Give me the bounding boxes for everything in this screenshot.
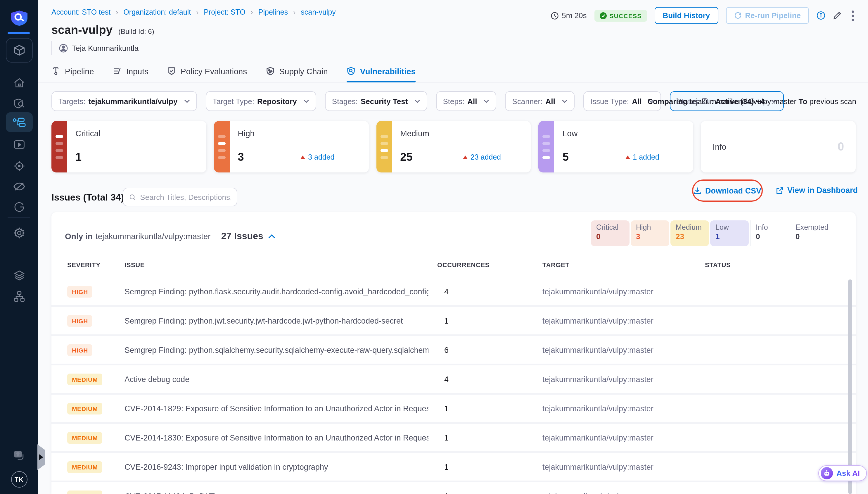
- inputs-tab-icon: [113, 66, 121, 75]
- occurrences: 6: [444, 345, 449, 354]
- table-row[interactable]: MEDIUM CVE-2014-1830: Exposure of Sensit…: [52, 424, 856, 453]
- chevron-down-icon: [562, 99, 567, 103]
- sidebar-item-hierarchy[interactable]: [13, 290, 25, 302]
- issues-count[interactable]: 27 Issues: [221, 231, 263, 242]
- build-history-button[interactable]: Build History: [654, 7, 718, 24]
- issue-title: Active debug code: [124, 375, 189, 383]
- tab-inputs[interactable]: Inputs: [113, 60, 149, 82]
- sto-logo[interactable]: [9, 10, 29, 26]
- filter-targets[interactable]: Targets: tejakummarikuntla/vulpy: [52, 91, 197, 111]
- filter-value: Security Test: [361, 97, 408, 106]
- severity-card-info[interactable]: Info 0: [701, 121, 856, 172]
- filter-stages[interactable]: Stages: Security Test: [325, 91, 427, 111]
- chip-value: 3: [636, 232, 664, 241]
- chip-label: Critical: [596, 223, 624, 231]
- card-label: Low: [563, 129, 578, 138]
- status-badge: SUCCESS: [595, 10, 647, 21]
- policy-check-icon: [167, 66, 176, 75]
- sidebar-item-settings[interactable]: [13, 227, 25, 239]
- breadcrumb-current[interactable]: scan-vulpy: [301, 8, 336, 16]
- help-chat-button[interactable]: ?: [13, 450, 25, 462]
- module-selector[interactable]: [5, 38, 33, 62]
- info-icon[interactable]: [816, 11, 825, 20]
- chip-info[interactable]: Info 0: [750, 221, 789, 246]
- search-input[interactable]: [140, 193, 231, 202]
- ask-ai-label: Ask AI: [836, 469, 860, 478]
- download-csv-button[interactable]: Download CSV: [694, 186, 761, 195]
- severity-card-medium[interactable]: Medium 25 23 added: [376, 121, 531, 172]
- sidebar-item-hidden-issues[interactable]: [13, 181, 25, 192]
- occurrences: 1: [444, 433, 449, 442]
- sidebar-item-targets[interactable]: [13, 160, 25, 172]
- sidebar-item-getting-started[interactable]: [13, 201, 25, 213]
- table-header: SEVERITY ISSUE OCCURRENCES TARGET STATUS: [52, 261, 856, 271]
- severity-card-high[interactable]: High 3 3 added: [214, 121, 369, 172]
- filter-label: Scanner:: [512, 97, 542, 106]
- sidebar-expand-handle[interactable]: [37, 444, 45, 470]
- sidebar-item-scans[interactable]: [13, 98, 25, 109]
- rerun-pipeline-button[interactable]: Re-run Pipeline: [726, 7, 809, 24]
- tab-label: Supply Chain: [279, 66, 328, 76]
- tab-pipeline[interactable]: Pipeline: [52, 60, 94, 82]
- chip-label: Low: [715, 223, 744, 231]
- tab-label: Inputs: [126, 66, 149, 76]
- sidebar-item-pipelines-active[interactable]: [5, 112, 33, 132]
- header-issue: ISSUE: [124, 261, 144, 268]
- chip-medium[interactable]: Medium 23: [671, 221, 709, 246]
- chip-exempted[interactable]: Exempted 0: [790, 221, 834, 246]
- only-in-row: Only in tejakummarikuntla/vulpy:master 2…: [65, 231, 276, 242]
- sidebar-item-home[interactable]: [13, 78, 25, 88]
- chip-label: Exempted: [795, 223, 829, 231]
- pipeline-tab-icon: [52, 66, 60, 75]
- table-body: HIGH Semgrep Finding: python.flask.secur…: [52, 278, 856, 494]
- view-in-dashboard-button[interactable]: View in Dashboard: [776, 186, 858, 195]
- issue-title: Semgrep Finding: python.jwt.security.jwt…: [124, 316, 403, 325]
- comparing-to: To: [798, 97, 807, 106]
- triangle-up-icon: [301, 155, 305, 159]
- table-row[interactable]: MEDIUM Active debug code 4 tejakummariku…: [52, 365, 856, 395]
- table-row[interactable]: HIGH Semgrep Finding: python.flask.secur…: [52, 278, 856, 307]
- issue-title: CVE-2016-9243: Improper input validation…: [124, 462, 328, 471]
- breadcrumb-project[interactable]: Project: STO: [204, 8, 246, 16]
- chip-critical[interactable]: Critical 0: [591, 221, 630, 246]
- panel-scrollbar-thumb[interactable]: [848, 280, 852, 494]
- supply-chain-shield-icon: [266, 66, 274, 75]
- chip-label: Info: [756, 223, 783, 231]
- edit-pencil-icon[interactable]: [833, 11, 842, 20]
- shield-scan-logo-icon: [9, 10, 29, 26]
- more-options-kebab[interactable]: [852, 14, 854, 17]
- chip-label: High: [636, 223, 664, 231]
- table-row[interactable]: HIGH Semgrep Finding: python.jwt.securit…: [52, 307, 856, 336]
- sidebar-item-executions[interactable]: [13, 140, 25, 150]
- severity-card-critical[interactable]: Critical 1: [52, 121, 206, 172]
- sidebar-item-layers[interactable]: [13, 269, 25, 281]
- rerun-label: Re-run Pipeline: [745, 11, 801, 20]
- severity-card-low[interactable]: Low 5 1 added: [539, 121, 694, 172]
- user-avatar[interactable]: TK: [11, 471, 27, 488]
- tab-policy-evaluations[interactable]: Policy Evaluations: [167, 60, 247, 82]
- page-title: scan-vulpy: [52, 23, 113, 37]
- breadcrumb-organization[interactable]: Organization: default: [123, 8, 191, 16]
- chevron-up-icon[interactable]: [269, 234, 276, 238]
- ask-ai-button[interactable]: Ask AI: [818, 466, 867, 481]
- tab-vulnerabilities[interactable]: Vulnerabilities: [347, 60, 416, 82]
- table-row[interactable]: HIGH Semgrep Finding: python.sqlalchemy.…: [52, 336, 856, 365]
- table-row[interactable]: MEDIUM CVE-2016-9243: Improper input val…: [52, 453, 856, 482]
- triangle-up-icon: [625, 155, 630, 159]
- chip-low[interactable]: Low 1: [710, 221, 749, 246]
- table-row[interactable]: MEDIUM CVE-2014-1829: Exposure of Sensit…: [52, 395, 856, 424]
- filter-scanner[interactable]: Scanner: All: [505, 91, 574, 111]
- severity-chips: Critical 0 High 3 Medium 23 Low 1 Info 0…: [590, 221, 834, 246]
- table-row-clipped[interactable]: MEDIUM CVE-2017-11424: PyJWT ... 1 tejak…: [52, 482, 856, 494]
- check-circle-icon: [600, 12, 607, 19]
- filter-steps[interactable]: Steps: All: [436, 91, 496, 111]
- breadcrumb-pipelines[interactable]: Pipelines: [258, 8, 288, 16]
- tab-supply-chain[interactable]: Supply Chain: [266, 60, 328, 82]
- chip-high[interactable]: High 3: [631, 221, 669, 246]
- person-icon: [59, 43, 68, 52]
- filter-target-type[interactable]: Target Type: Repository: [206, 91, 316, 111]
- card-label: Medium: [400, 129, 429, 138]
- breadcrumb-account[interactable]: Account: STO test: [52, 8, 111, 16]
- help-chat-icon: ?: [13, 450, 25, 462]
- gear-icon: [13, 227, 25, 239]
